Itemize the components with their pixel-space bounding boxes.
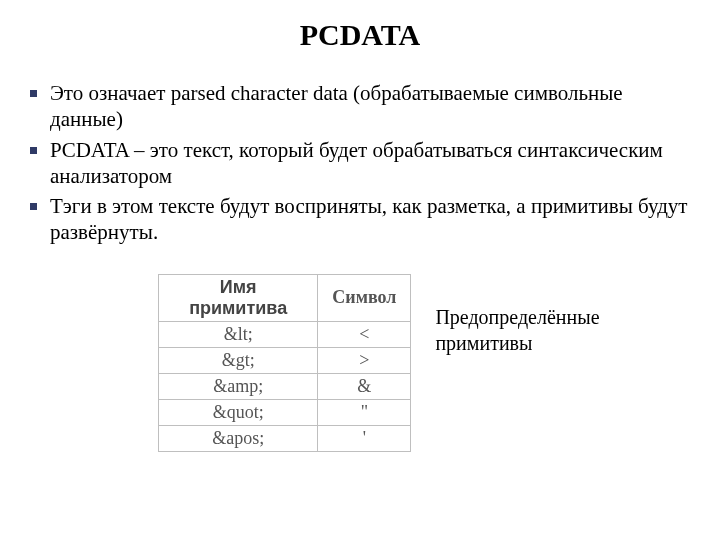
page-title: PCDATA xyxy=(28,18,692,52)
slide: PCDATA Это означает parsed character dat… xyxy=(0,0,720,452)
table-cell: < xyxy=(318,321,411,347)
bullet-item: Это означает parsed character data (обра… xyxy=(28,80,692,133)
table-cell: &lt; xyxy=(159,321,318,347)
table-cell: " xyxy=(318,399,411,425)
table-cell: &apos; xyxy=(159,425,318,451)
table-row: &lt; < xyxy=(159,321,411,347)
bullet-item: Тэги в этом тексте будут восприняты, как… xyxy=(28,193,692,246)
table-row: &apos; ' xyxy=(159,425,411,451)
table-caption: Предопределённые примитивы xyxy=(435,274,692,356)
table-cell: > xyxy=(318,347,411,373)
table-header: Имя примитива xyxy=(159,274,318,321)
bullet-item: PCDATA – это текст, который будет обраба… xyxy=(28,137,692,190)
table-cell: &amp; xyxy=(159,373,318,399)
table-row: &amp; & xyxy=(159,373,411,399)
lower-row: Имя примитива Символ &lt; < &gt; > &amp;… xyxy=(158,274,692,452)
table-row: &gt; > xyxy=(159,347,411,373)
table-cell: &gt; xyxy=(159,347,318,373)
table-row: &quot; " xyxy=(159,399,411,425)
table-cell: ' xyxy=(318,425,411,451)
table-cell: &quot; xyxy=(159,399,318,425)
primitives-table: Имя примитива Символ &lt; < &gt; > &amp;… xyxy=(158,274,411,452)
table-header-row: Имя примитива Символ xyxy=(159,274,411,321)
table-header: Символ xyxy=(318,274,411,321)
table-cell: & xyxy=(318,373,411,399)
bullet-list: Это означает parsed character data (обра… xyxy=(28,80,692,246)
